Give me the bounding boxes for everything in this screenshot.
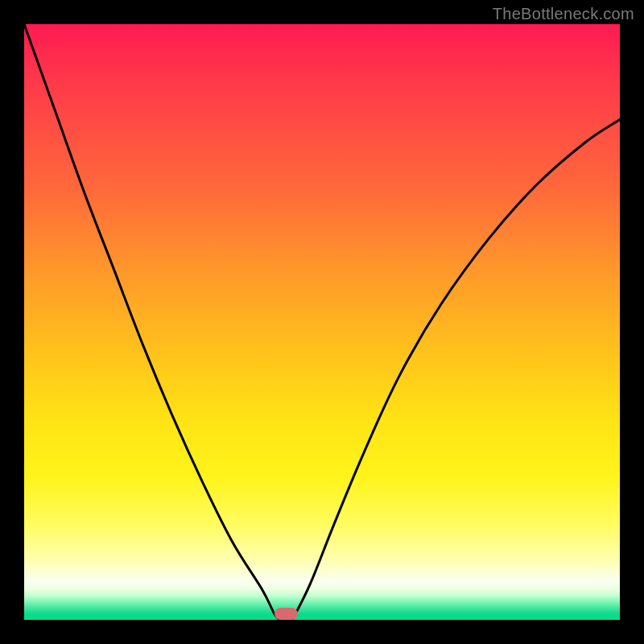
bottleneck-curves — [24, 24, 620, 620]
right-curve — [292, 119, 620, 620]
chart-frame: TheBottleneck.com — [0, 0, 644, 644]
bottleneck-marker — [275, 608, 299, 620]
left-curve — [24, 24, 280, 620]
plot-area — [24, 24, 620, 620]
watermark-text: TheBottleneck.com — [493, 5, 634, 23]
